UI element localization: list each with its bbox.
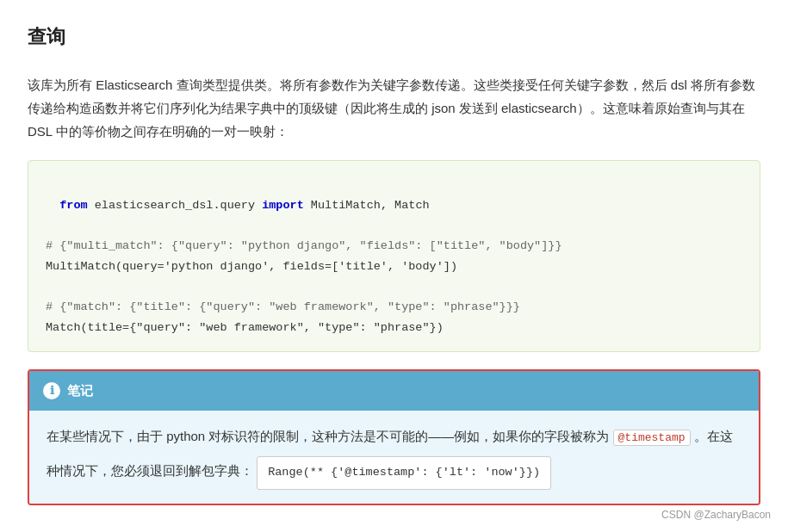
- comment-line1: # {"multi_match": {"query": "python djan…: [46, 239, 562, 252]
- intro-paragraph: 该库为所有 Elasticsearch 查询类型提供类。将所有参数作为关键字参数…: [28, 73, 760, 143]
- note-body: 在某些情况下，由于 python 对标识符的限制，这种方法是不可能的——例如，如…: [29, 411, 759, 504]
- module-name: elasticsearch_dsl.query: [88, 199, 263, 212]
- comment-line2: # {"match": {"title": {"query": "web fra…: [46, 300, 520, 313]
- code-line-multimatch: MultiMatch(query='python django', fields…: [46, 260, 457, 273]
- code-block: from elasticsearch_dsl.query import Mult…: [28, 160, 760, 352]
- import-names: MultiMatch, Match: [304, 199, 430, 212]
- note-box: ℹ 笔记 在某些情况下，由于 python 对标识符的限制，这种方法是不可能的—…: [28, 369, 760, 504]
- note-code-example: Range(** {'@timestamp': {'lt': 'now'}}): [257, 456, 551, 489]
- keyword-import: import: [262, 199, 304, 212]
- note-text-1: 在某些情况下，由于 python 对标识符的限制，这种方法是不可能的——例如，如…: [47, 429, 609, 443]
- note-header: ℹ 笔记: [29, 371, 759, 411]
- note-title: 笔记: [67, 380, 93, 402]
- code-line-match: Match(title={"query": "web framework", "…: [46, 321, 444, 334]
- note-icon: ℹ: [43, 382, 60, 399]
- keyword-from: from: [59, 199, 87, 212]
- footer-attribution: CSDN @ZacharyBacon: [661, 506, 771, 523]
- inline-code-timestamp: @timestamp: [613, 430, 691, 446]
- page-title: 查询: [28, 21, 760, 59]
